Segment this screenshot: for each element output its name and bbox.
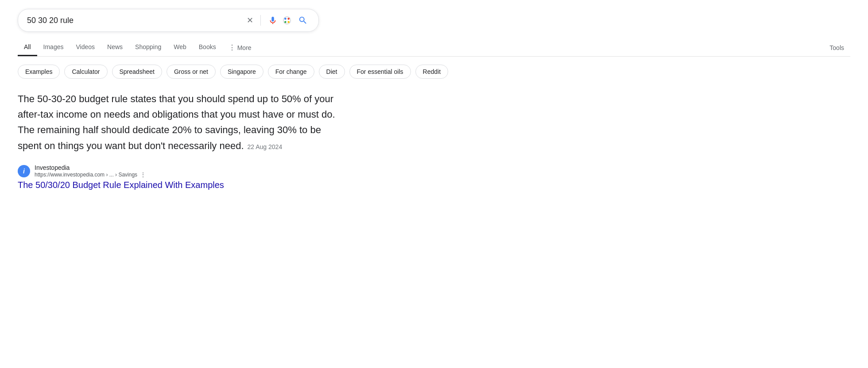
lens-icon	[282, 15, 292, 25]
result-item: i Investopedia https://www.investopedia.…	[18, 164, 337, 190]
search-icon	[298, 15, 308, 25]
chip-for-change[interactable]: For change	[268, 65, 314, 79]
tab-web[interactable]: Web	[167, 39, 193, 56]
clear-button[interactable]: ✕	[245, 14, 255, 27]
search-input[interactable]	[27, 16, 245, 25]
result-title[interactable]: The 50/30/20 Budget Rule Explained With …	[18, 180, 337, 190]
more-dots-icon: ⋮	[229, 43, 236, 52]
chip-calculator[interactable]: Calculator	[64, 65, 107, 79]
chip-reddit[interactable]: Reddit	[415, 65, 448, 79]
snippet-date: 22 Aug 2024	[248, 143, 283, 150]
tools-button[interactable]: Tools	[823, 40, 850, 56]
chip-diet[interactable]: Diet	[319, 65, 345, 79]
svg-point-0	[283, 17, 291, 24]
snippet-text: The 50-30-20 budget rule states that you…	[18, 91, 337, 153]
microphone-button[interactable]	[266, 14, 279, 27]
tab-books[interactable]: Books	[193, 39, 222, 56]
tab-shopping[interactable]: Shopping	[129, 39, 167, 56]
nav-tabs: All Images Videos News Shopping Web Book…	[18, 39, 850, 57]
chip-for-essential-oils[interactable]: For essential oils	[349, 65, 411, 79]
result-favicon: i	[18, 165, 30, 177]
result-source-info: Investopedia https://www.investopedia.co…	[35, 164, 146, 178]
result-options-icon[interactable]: ⋮	[140, 171, 146, 178]
search-bar: ✕	[18, 9, 319, 32]
result-url-row: https://www.investopedia.com › ... › Sav…	[35, 171, 146, 178]
divider	[260, 15, 261, 26]
snippet-body: The 50-30-20 budget rule states that you…	[18, 93, 335, 151]
svg-point-1	[284, 18, 287, 20]
featured-snippet: The 50-30-20 budget rule states that you…	[18, 91, 850, 153]
tab-all[interactable]: All	[18, 39, 37, 56]
result-site-name: Investopedia	[35, 164, 146, 171]
favicon-letter: i	[23, 168, 25, 175]
chip-spreadsheet[interactable]: Spreadsheet	[112, 65, 162, 79]
more-label: More	[237, 44, 252, 51]
more-menu[interactable]: ⋮ More	[222, 39, 258, 56]
tab-videos[interactable]: Videos	[70, 39, 101, 56]
lens-button[interactable]	[280, 14, 294, 27]
tab-images[interactable]: Images	[37, 39, 70, 56]
chip-examples[interactable]: Examples	[18, 65, 60, 79]
chip-gross-or-net[interactable]: Gross or net	[167, 65, 216, 79]
svg-point-3	[284, 21, 287, 23]
chips-row: Examples Calculator Spreadsheet Gross or…	[18, 65, 850, 79]
svg-point-2	[287, 18, 290, 20]
result-source: i Investopedia https://www.investopedia.…	[18, 164, 337, 178]
microphone-icon	[268, 15, 278, 25]
result-url: https://www.investopedia.com › ... › Sav…	[35, 172, 137, 178]
chip-singapore[interactable]: Singapore	[220, 65, 264, 79]
tab-news[interactable]: News	[101, 39, 129, 56]
svg-point-4	[287, 21, 290, 23]
search-button[interactable]	[296, 14, 310, 27]
